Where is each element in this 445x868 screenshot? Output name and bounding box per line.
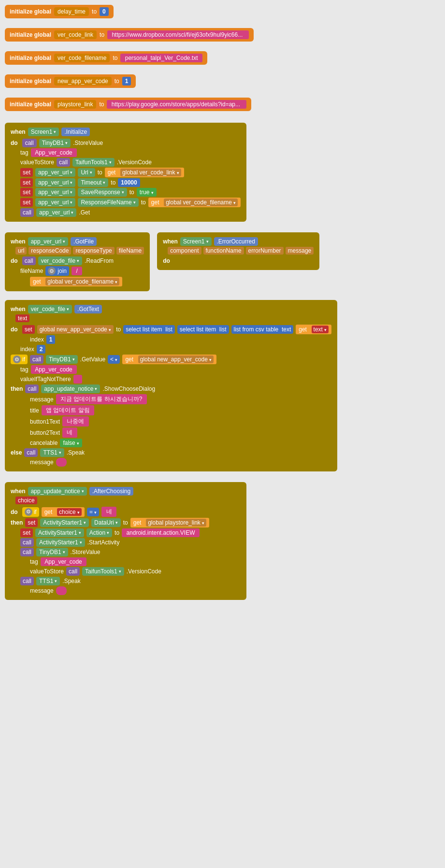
taifun-comp2[interactable]: TaifunTools1 ▾	[82, 567, 124, 576]
value-to-store-label2: valueToStore	[30, 568, 64, 575]
btn1-value: 나중에	[62, 416, 89, 427]
speak-method2: .Speak	[62, 578, 80, 584]
call-show-dialog-label: call	[25, 384, 39, 393]
cancelable-label: cancelable	[30, 440, 57, 446]
call-tinydb-store2-row: call TinyDB1 ▾ .StoreValue	[20, 548, 241, 556]
after-choosing-header: when app_update_notice ▾ .AfterChoosing	[11, 487, 241, 496]
value-to-store-row: valueToStore call TaifunTools1 ▾ .Versio…	[20, 158, 241, 167]
responsefilename-prop[interactable]: ResponseFileName ▾	[78, 198, 138, 207]
var-ver-code-link: ver_code_link	[54, 30, 97, 39]
index2-row: index 2	[20, 345, 331, 354]
error-body: do	[163, 256, 314, 265]
tinydb1-comp[interactable]: TinyDB1 ▾	[39, 139, 71, 147]
ne-value: 네	[101, 507, 116, 517]
tinydb1-comp2[interactable]: TinyDB1 ▾	[36, 548, 68, 556]
do-label4: do	[11, 326, 18, 333]
choice-param: choice	[15, 497, 37, 504]
got-file-params: url responseCode responseType fileName	[15, 247, 144, 255]
lt-operator: < ▾	[108, 355, 120, 364]
do-label3: do	[163, 257, 170, 264]
activity-starter1-comp1[interactable]: ActivityStarter1 ▾	[40, 518, 89, 527]
app-update-notice-event-comp[interactable]: app_update_notice ▾	[28, 487, 87, 496]
app-ver-url-comp4[interactable]: app_ver_url ▾	[35, 198, 75, 207]
param-response-code: responseCode	[29, 247, 71, 255]
call-tts2-row: call TTS1 ▾ .Speak	[20, 577, 241, 585]
empty-pill1	[56, 458, 67, 467]
got-text-header: when ver_code_file ▾ .GotText	[11, 305, 331, 313]
activity-starter1-comp2[interactable]: ActivityStarter1 ▾	[35, 528, 84, 537]
select-list-item2: select list item list	[177, 325, 229, 334]
error-header: when Screen1 ▾ .ErrorOccurred	[163, 237, 314, 246]
action-prop[interactable]: Action ▾	[86, 528, 112, 537]
speak-msg-label: message	[30, 459, 54, 466]
after-choosing-event: .AfterChoosing	[89, 487, 133, 496]
tinydb-getvalue-comp[interactable]: TinyDB1 ▾	[46, 355, 78, 364]
ver-code-file-event-comp[interactable]: ver_code_file ▾	[28, 305, 72, 313]
call-start-label: call	[20, 538, 34, 547]
do-row-error: do	[163, 256, 314, 265]
value-to-store-label: valueToStore	[20, 159, 54, 166]
value-to-store-row2: valueToStore call TaifunTools1 ▾ .Versio…	[30, 567, 241, 576]
call-getvalue-label: call	[30, 355, 43, 364]
new-app-ver-code-value: 1	[122, 77, 131, 85]
select-list-item1: select list item list	[123, 325, 175, 334]
app-ver-url-event-comp[interactable]: app_ver_url ▾	[28, 237, 68, 246]
init-ver-code-filename: initialize global ver_code_filename to p…	[5, 51, 440, 66]
app-ver-url-comp5[interactable]: app_ver_url ▾	[36, 208, 76, 217]
do-call-readfrom-row: do call ver_code_file ▾ .ReadFrom	[11, 256, 144, 265]
then-label2: then	[11, 519, 23, 526]
set-url-row: set app_ver_url ▾ Url ▾ to get global ve…	[20, 168, 241, 177]
screen1-error-comp[interactable]: Screen1 ▾	[180, 237, 212, 246]
screen1-comp[interactable]: Screen1 ▾	[28, 128, 59, 136]
call-tts2-label: call	[20, 577, 34, 585]
index-row: index 1	[30, 335, 331, 344]
title-row: title 앱 업데이트 알림	[30, 405, 331, 415]
activity-starter1-comp3[interactable]: ActivityStarter1 ▾	[36, 538, 85, 547]
speak-msg-row: message	[30, 458, 331, 467]
set-label2: set	[20, 178, 33, 187]
app-update-notice-comp[interactable]: app_update_notice ▾	[41, 384, 100, 393]
app-ver-url-comp1[interactable]: app_ver_url ▾	[35, 168, 75, 177]
cancelable-row: cancelable false ▾	[30, 439, 331, 447]
app-ver-code-tag2: App_ver_code	[31, 365, 77, 374]
screen1-init-header: when Screen1 ▾ .Initialize	[11, 128, 241, 136]
to-label6: to	[123, 519, 128, 526]
index-label1: index	[30, 336, 44, 343]
do-set-global-row: do set global new_app_ver_code ▾ to sele…	[11, 325, 331, 334]
call-get-row: call app_ver_url ▾ .Get	[20, 208, 241, 217]
show-choose-dialog-method: .ShowChooseDialog	[102, 385, 155, 392]
when-label5: when	[11, 488, 26, 495]
do-label5: do	[11, 509, 18, 515]
if-row: ⚙ if call TinyDB1 ▾ .GetValue < ▾ get gl…	[11, 355, 331, 364]
error-occurred-event: .ErrorOccurred	[214, 237, 258, 246]
playstore-link-value: https://play.google.com/store/apps/detai…	[107, 100, 246, 109]
update-title: 앱 업데이트 알림	[42, 405, 94, 415]
store-value-params: tag App_ver_code valueToStore call Taifu…	[20, 148, 241, 167]
then-label: then	[11, 385, 23, 392]
set-label4: set	[20, 198, 33, 207]
timeout-prop[interactable]: Timeout ▾	[78, 178, 108, 187]
else-label: else	[11, 449, 22, 456]
tts1-comp[interactable]: TTS1 ▾	[40, 448, 64, 457]
true-value: true ▾	[137, 188, 157, 197]
param-message: message	[286, 247, 314, 255]
init-block-playstore: initialize global playstore_link to http…	[5, 98, 251, 111]
url-prop[interactable]: Url ▾	[78, 168, 95, 177]
data-uri-prop[interactable]: DataUri ▾	[91, 518, 121, 527]
tts-msg-row: message	[30, 586, 241, 595]
tts1-comp2[interactable]: TTS1 ▾	[36, 577, 60, 585]
param-component: component	[168, 247, 201, 255]
saveresponse-prop[interactable]: SaveResponse ▾	[78, 188, 127, 197]
ver-code-file-comp[interactable]: ver_code_file ▾	[38, 256, 82, 265]
msg-row: message 지금 업데이트를 하시겠습니까?	[30, 394, 331, 404]
get-filename-row: get global ver_code_filename ▾	[30, 277, 144, 286]
app-ver-url-comp2[interactable]: app_ver_url ▾	[35, 178, 75, 187]
taifun-comp[interactable]: TaifunTools1 ▾	[72, 158, 115, 167]
tag-row2: tag App_ver_code	[20, 365, 331, 374]
init-keyword5: initialize global	[10, 101, 51, 108]
app-ver-url-comp3[interactable]: app_ver_url ▾	[35, 188, 75, 197]
set-saveresponse-row: set app_ver_url ▾ SaveResponse ▾ to true…	[20, 188, 241, 197]
speak-method: .Speak	[67, 449, 85, 456]
error-occurred-block: when Screen1 ▾ .ErrorOccurred component …	[157, 232, 319, 270]
to-keyword5: to	[99, 101, 104, 108]
